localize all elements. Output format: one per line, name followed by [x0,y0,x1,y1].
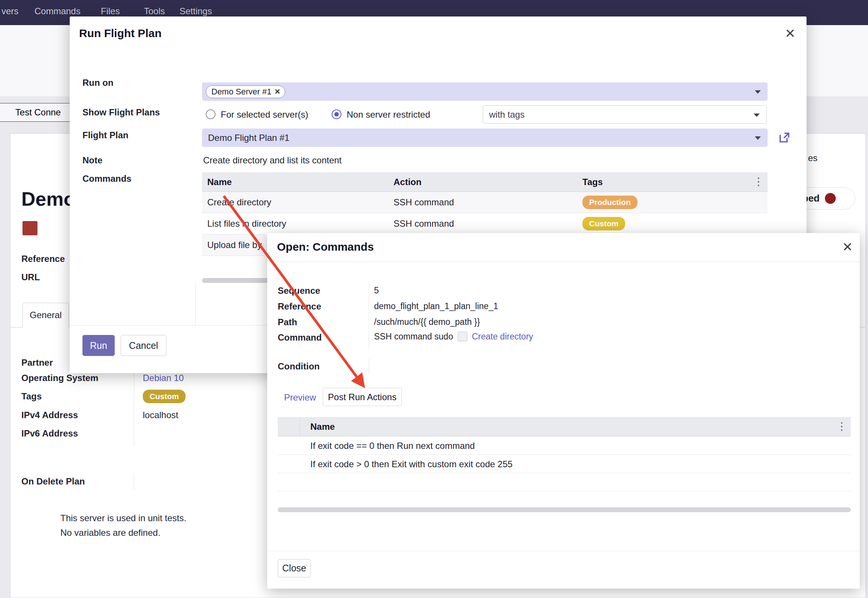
nav-item-files[interactable]: Files [101,6,120,16]
sequence-label: Sequence [278,286,320,296]
table-row-empty [278,473,851,492]
nav-item-settings[interactable]: Settings [180,6,212,16]
run-modal-title: Run Flight Plan [79,27,162,40]
create-directory-link[interactable]: Create directory [472,332,533,341]
ipv4-value: localhost [143,410,178,420]
cell-name: List files in directory [207,218,286,229]
post-run-actions-table: Name ⋮ If exit code == 0 then Run next c… [278,417,851,492]
condition-label: Condition [278,361,320,372]
post-run-action: If exit code == 0 then Run next command [310,441,475,451]
radio-non-server-restricted[interactable] [332,109,341,119]
cell-action: SSH command [394,197,454,208]
ipv6-label: IPv6 Address [21,428,78,439]
cell-action: SSH command [394,218,454,229]
run-on-server-select[interactable]: Demo Server #1 ✕ [202,82,768,101]
tag-badge-custom[interactable]: Custom [143,390,186,403]
note-label: Note [82,155,102,166]
radio-for-selected-servers[interactable] [206,109,216,119]
os-value-link[interactable]: Debian 10 [143,373,184,383]
command-value-row: SSH command sudoCreate directory [374,332,533,342]
run-on-label: Run on [82,78,114,88]
col-header-name[interactable]: Name [207,177,232,187]
chip-remove-icon[interactable]: ✕ [274,87,280,96]
with-tags-select[interactable]: with tags [483,105,767,124]
tab-general[interactable]: General [22,303,69,327]
field-column-divider-2 [134,473,134,490]
cancel-button[interactable]: Cancel [121,335,166,356]
path-label: Path [278,317,297,327]
close-icon[interactable]: ✕ [785,27,796,40]
status-stopped-dot-icon [825,193,836,204]
test-connection-button[interactable]: Test Conne [0,103,71,122]
plan-description: Create directory and list its content [203,155,342,166]
nav-item-commands[interactable]: Commands [34,6,81,16]
open-commands-modal: Open: Commands ✕ Sequence Reference Path… [267,233,860,589]
form-column-divider [195,283,196,325]
ipv4-label: IPv4 Address [21,410,78,420]
flight-plan-select[interactable]: Demo Flight Plan #1 [202,129,768,147]
nav-item-servers[interactable]: vers [1,6,18,16]
field-divider [369,282,369,348]
commands-label: Commands [82,173,132,184]
modal-footer-divider [267,551,860,551]
show-flight-plans-label: Show Flight Plans [82,107,160,118]
select-all-column[interactable] [278,417,300,437]
flight-plan-label: Flight Plan [82,130,129,141]
path-value: /such/much/{{ demo_path }} [374,317,480,327]
partner-label: Partner [21,357,53,368]
col-header-name[interactable]: Name [310,422,335,432]
sequence-value: 5 [374,286,379,296]
table-options-kebab-icon[interactable]: ⋮ [837,421,847,432]
table-row[interactable]: Create directory SSH command Production [202,192,768,213]
col-header-tags[interactable]: Tags [582,177,603,187]
unit-test-note-line1: This server is used in unit tests. [60,513,186,523]
run-button[interactable]: Run [82,335,115,356]
with-tags-value: with tags [489,109,525,120]
unit-test-note-line2: No variables are defined. [60,528,160,538]
commands-table-header: Name Action Tags ⋮ [202,172,768,192]
server-tag-chip[interactable]: Demo Server #1 ✕ [206,85,285,98]
tab-preview[interactable]: Preview [284,392,316,403]
reference-label: Reference [278,301,321,312]
radio-for-selected-servers-label[interactable]: For selected server(s) [221,109,308,120]
tab-post-run-actions[interactable]: Post Run Actions [323,388,402,406]
nav-item-tools[interactable]: Tools [144,6,165,16]
cell-name: Create directory [207,197,271,208]
radio-non-server-restricted-label[interactable]: Non server restricted [347,109,430,120]
url-label: URL [21,272,40,283]
chevron-down-icon [755,90,761,94]
close-icon[interactable]: ✕ [842,241,853,253]
page-title: Demo [21,188,75,210]
reference-label: Reference [21,254,65,264]
command-value: SSH command sudo [374,332,453,341]
cell-tag-badge: Production [582,196,638,209]
chevron-down-icon [755,136,761,140]
command-label: Command [278,332,322,343]
os-label: Operating System [21,373,98,383]
server-tag-chip-label: Demo Server #1 [211,87,271,97]
command-checkbox[interactable] [458,332,467,341]
post-run-action: If exit code > 0 then Exit with custom e… [310,459,513,469]
screen: vers Commands Files Tools Settings Test … [0,0,868,598]
table-row[interactable]: List files in directory SSH command Cust… [202,213,768,235]
color-swatch[interactable] [22,221,37,235]
on-delete-plan-label: On Delete Plan [21,476,85,487]
table-row[interactable]: If exit code == 0 then Run next command [278,437,851,455]
cell-name: Upload file by [207,240,262,250]
commands-modal-title: Open: Commands [277,241,374,253]
cell-tag-badge: Custom [582,217,625,230]
truncated-label-fragment: es [808,153,817,163]
close-button[interactable]: Close [278,559,311,577]
flight-plan-value: Demo Flight Plan #1 [208,133,289,143]
chevron-down-icon [754,114,760,117]
horizontal-scrollbar[interactable] [278,507,851,512]
condition-divider [369,359,369,375]
modal-header-divider [267,262,860,262]
col-header-action[interactable]: Action [394,177,422,187]
reference-value: demo_flight_plan_1_plan_line_1 [374,301,498,311]
tags-label: Tags [21,391,42,402]
table-row[interactable]: If exit code > 0 then Exit with custom e… [278,455,851,473]
post-run-table-header: Name ⋮ [278,417,851,437]
table-options-kebab-icon[interactable]: ⋮ [753,176,764,187]
external-link-icon[interactable] [778,131,791,144]
